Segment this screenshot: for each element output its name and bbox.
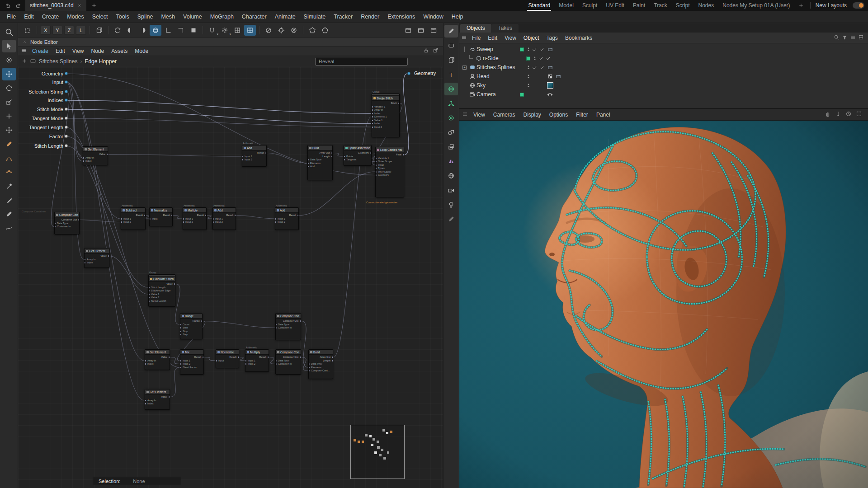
vp-menu-cameras[interactable]: Cameras xyxy=(489,110,519,119)
node-port[interactable]: Container Out xyxy=(55,218,79,222)
node-port[interactable]: Input 2 xyxy=(372,126,399,129)
node-port[interactable]: Length xyxy=(308,155,332,159)
node-add1[interactable]: ArithmeticAddResultInput 1Input 2 xyxy=(242,145,267,167)
tab-objects[interactable]: Objects xyxy=(460,24,491,33)
camera-object-button[interactable] xyxy=(444,184,458,197)
node-port[interactable]: Container Out xyxy=(276,356,301,359)
object-row-camera[interactable]: Camera xyxy=(459,90,868,99)
symmetry-button[interactable] xyxy=(444,155,458,168)
node-port[interactable]: Variable 1 xyxy=(376,157,404,160)
node-port[interactable]: Step xyxy=(180,333,202,337)
visibility-dots-icon[interactable] xyxy=(532,56,538,61)
menu-item-volume[interactable]: Volume xyxy=(179,12,206,22)
layout-tab-standard[interactable]: Standard xyxy=(524,1,554,10)
visibility-dots-icon[interactable] xyxy=(525,83,531,88)
node-port[interactable]: Container In xyxy=(276,362,301,366)
viewport-3d-scene[interactable] xyxy=(459,121,868,488)
input-port-dot[interactable] xyxy=(65,80,68,84)
layout-tab-nodes-my-setup-01a-user[interactable]: Nodes My Setup 01A (User) xyxy=(718,1,794,10)
input-port-dot[interactable] xyxy=(65,135,68,138)
node-port[interactable]: Data Type xyxy=(308,158,332,162)
node-build1[interactable]: BuildArray OutLengthData TypeElementsAdd xyxy=(307,145,333,180)
environment-button[interactable] xyxy=(444,169,458,182)
vp-menu-panel[interactable]: Panel xyxy=(592,110,614,119)
node-asm[interactable]: Spline AssemblerGeometryPointsTangents xyxy=(344,145,372,166)
node-port[interactable]: Input xyxy=(216,359,239,363)
node-port[interactable]: Input 1 xyxy=(180,359,203,363)
node-port[interactable]: Value xyxy=(85,254,109,258)
ne-menu-assets[interactable]: Assets xyxy=(108,47,131,55)
filter-icon[interactable] xyxy=(842,34,848,42)
input-port-dot[interactable] xyxy=(65,72,68,75)
node-loop[interactable]: Loop Carried ValueFinalVariable 1Outer S… xyxy=(375,147,404,197)
layout-tab-track[interactable]: Track xyxy=(650,1,671,10)
node-port[interactable]: Result xyxy=(183,214,206,217)
node-port[interactable]: Container Out xyxy=(276,319,301,323)
redo-icon[interactable] xyxy=(14,1,23,9)
node-ge3[interactable]: Get ElementValueArray InIndex xyxy=(145,349,170,370)
reveal-search-input[interactable]: Reveal xyxy=(315,58,408,66)
om-menu-view[interactable]: View xyxy=(501,33,520,42)
live-selection-tool[interactable] xyxy=(2,40,16,52)
node-port[interactable]: Result xyxy=(180,356,203,359)
simulate-sphere-tool[interactable] xyxy=(150,25,161,36)
disable-toggle[interactable] xyxy=(263,25,274,36)
object-row-stitches-splines[interactable]: +Stitches Splines xyxy=(459,63,868,72)
workplane-tool[interactable] xyxy=(93,25,105,36)
coord-system-toggle[interactable]: L xyxy=(76,26,86,35)
node-port[interactable]: Range xyxy=(180,319,202,323)
knife-tool[interactable] xyxy=(2,194,16,206)
node-port[interactable]: Array In xyxy=(145,359,170,363)
node-port[interactable]: Input 1 xyxy=(242,155,266,159)
expander-icon[interactable]: + xyxy=(461,66,468,70)
input-port-dot[interactable] xyxy=(65,90,68,93)
view-menu-icon[interactable] xyxy=(835,111,841,119)
layout-tab-paint[interactable]: Paint xyxy=(629,1,649,10)
node-port[interactable]: Input 2 xyxy=(180,362,203,366)
node-stitch[interactable]: GroupSingle StitchStitchVariable 1Array … xyxy=(372,94,400,137)
document-tab[interactable]: stitches_0003.c4d xyxy=(25,0,86,11)
visibility-dots-icon[interactable] xyxy=(525,74,531,79)
visibility-dots-icon[interactable] xyxy=(525,47,531,52)
node-port[interactable]: Index xyxy=(145,402,170,406)
layout-toggle[interactable] xyxy=(853,2,864,9)
menu-item-select[interactable]: Select xyxy=(88,12,112,22)
x-axis-toggle[interactable]: X xyxy=(41,26,51,35)
node-port[interactable]: Input xyxy=(150,217,172,221)
asset-capsule-button[interactable] xyxy=(319,25,331,36)
ne-menu-mode[interactable]: Mode xyxy=(131,47,152,55)
node-port[interactable]: Blend Factor xyxy=(180,366,203,370)
check-icon[interactable] xyxy=(531,46,538,53)
z-axis-toggle[interactable]: Z xyxy=(64,26,74,35)
positive-half-tool[interactable] xyxy=(137,25,149,36)
menu-item-edit[interactable]: Edit xyxy=(20,12,38,22)
node-port[interactable]: Start xyxy=(180,326,202,330)
node-port[interactable]: Tangents xyxy=(344,158,371,162)
undo-icon[interactable] xyxy=(4,1,12,9)
node-port[interactable]: Array In xyxy=(85,258,109,262)
node-port[interactable]: Elements xyxy=(308,162,332,165)
texture-tag-icon[interactable] xyxy=(547,82,553,89)
lock-icon[interactable] xyxy=(423,47,429,55)
grid-toggle[interactable] xyxy=(231,25,243,36)
node-mix[interactable]: MixResultInput 1Input 2Blend Factor xyxy=(180,349,204,375)
node-cc0[interactable]: Compose ContainerContainer OutData TypeC… xyxy=(54,212,80,235)
node-port[interactable]: Value xyxy=(83,153,108,156)
node-cc2[interactable]: Compose ContainerContainer OutData TypeC… xyxy=(275,313,301,340)
text-primitive-button[interactable]: T xyxy=(444,68,458,81)
vp-menu-view[interactable]: View xyxy=(469,110,489,119)
boolean-button[interactable] xyxy=(444,126,458,139)
vp-menu-options[interactable]: Options xyxy=(545,110,572,119)
om-menu-tags[interactable]: Tags xyxy=(543,33,561,42)
menu-item-mograph[interactable]: MoGraph xyxy=(206,12,238,22)
node-port[interactable]: Value 2 xyxy=(149,296,175,300)
close-panel-icon[interactable] xyxy=(23,39,27,45)
check-icon[interactable] xyxy=(538,64,545,71)
node-port[interactable]: Elements 1 xyxy=(372,115,399,119)
node-port[interactable]: Index xyxy=(372,112,399,116)
rectangle-select-tool[interactable] xyxy=(22,25,33,36)
panel-menu-icon[interactable] xyxy=(462,111,468,119)
layout-tab-model[interactable]: Model xyxy=(555,1,578,10)
node-port[interactable]: Result xyxy=(216,356,239,359)
node-port[interactable]: Index xyxy=(372,122,399,126)
